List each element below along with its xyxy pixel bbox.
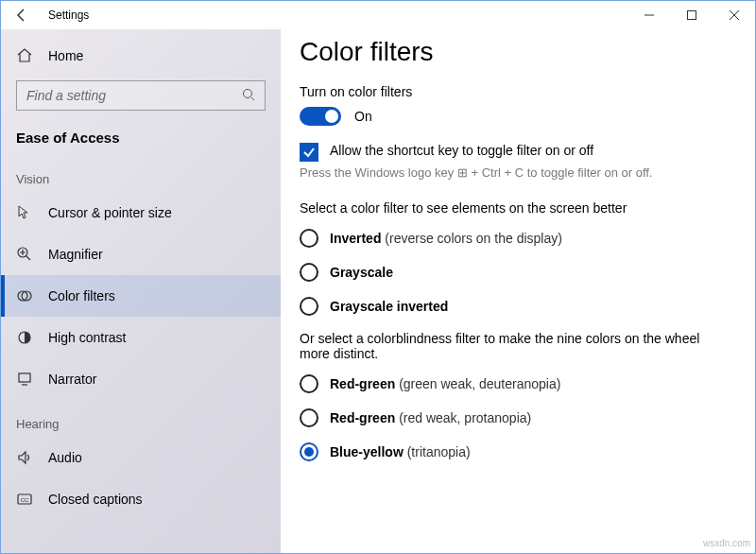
option-name: Inverted — [330, 231, 381, 246]
sidebar-item-high-contrast[interactable]: High contrast — [1, 317, 281, 358]
sidebar-item-label: Audio — [48, 450, 82, 465]
sidebar-item-narrator[interactable]: Narrator — [1, 358, 281, 400]
close-button[interactable] — [713, 1, 755, 29]
sidebar-item-cc[interactable]: CC Closed captions — [1, 478, 281, 520]
radio-button — [300, 229, 318, 248]
filter-prompt: Select a color filter to see elements on… — [300, 200, 736, 216]
cc-icon: CC — [16, 491, 33, 508]
sidebar: Home Ease of Access Vision Cursor & poin… — [1, 29, 281, 553]
home-icon — [16, 47, 33, 64]
radio-inverted[interactable]: Inverted (reverse colors on the display) — [300, 229, 736, 248]
toggle-knob — [325, 110, 338, 123]
svg-rect-0 — [687, 11, 696, 20]
radio-button — [300, 408, 318, 427]
close-icon — [730, 10, 739, 20]
sidebar-group-vision: Vision — [1, 155, 281, 192]
check-icon — [302, 146, 316, 159]
arrow-left-icon — [14, 8, 29, 23]
shortcut-label: Allow the shortcut key to toggle filter … — [330, 143, 593, 158]
watermark: wsxdn.com — [703, 538, 750, 548]
back-button[interactable] — [1, 1, 43, 29]
sidebar-item-audio[interactable]: Audio — [1, 437, 281, 478]
option-name: Blue-yellow — [330, 444, 404, 459]
radio-grayscale[interactable]: Grayscale — [300, 263, 736, 282]
sidebar-item-label: Closed captions — [48, 492, 143, 507]
radio-button — [300, 297, 318, 316]
sidebar-item-label: Narrator — [48, 372, 96, 387]
color-filters-icon — [16, 287, 33, 304]
narrator-icon — [16, 371, 33, 388]
sidebar-item-home[interactable]: Home — [1, 35, 281, 77]
sidebar-item-label: Cursor & pointer size — [48, 205, 172, 220]
titlebar: Settings — [1, 1, 755, 29]
radio-button — [300, 442, 318, 461]
sidebar-item-label: Color filters — [48, 288, 115, 303]
option-paren: (green weak, deuteranopia) — [399, 376, 560, 391]
maximize-icon — [687, 10, 696, 20]
sidebar-item-label: High contrast — [48, 330, 126, 345]
radio-protanopia[interactable]: Red-green (red weak, protanopia) — [300, 408, 736, 427]
radio-button — [300, 374, 318, 393]
option-paren: (reverse colors on the display) — [385, 231, 562, 246]
sidebar-group-hearing: Hearing — [1, 400, 281, 437]
minimize-icon — [644, 10, 654, 20]
option-paren: (tritanopia) — [407, 444, 471, 459]
page-title: Color filters — [300, 37, 736, 67]
option-name: Red-green — [330, 410, 395, 425]
sidebar-item-label: Magnifier — [48, 247, 103, 262]
option-paren: (red weak, protanopia) — [399, 410, 531, 425]
window-title: Settings — [43, 9, 89, 22]
svg-text:CC: CC — [21, 497, 29, 503]
sidebar-section-title: Ease of Access — [1, 120, 281, 155]
sidebar-item-magnifier[interactable]: Magnifier — [1, 234, 281, 275]
svg-rect-6 — [19, 373, 30, 382]
toggle-state: On — [354, 109, 372, 124]
minimize-button[interactable] — [627, 1, 670, 29]
svg-point-1 — [244, 90, 252, 98]
sidebar-item-cursor[interactable]: Cursor & pointer size — [1, 192, 281, 234]
high-contrast-icon — [16, 329, 33, 346]
radio-deuteranopia[interactable]: Red-green (green weak, deuteranopia) — [300, 374, 736, 393]
shortcut-hint: Press the Windows logo key ⊞ + Ctrl + C … — [300, 165, 736, 180]
toggle-label: Turn on color filters — [300, 84, 736, 99]
radio-grayscale-inverted[interactable]: Grayscale inverted — [300, 297, 736, 316]
option-name: Grayscale — [330, 265, 393, 280]
radio-button — [300, 263, 318, 282]
option-name: Red-green — [330, 376, 395, 391]
magnifier-icon — [16, 246, 33, 263]
sidebar-item-label: Home — [48, 48, 83, 63]
search-field[interactable] — [25, 87, 242, 104]
radio-tritanopia[interactable]: Blue-yellow (tritanopia) — [300, 442, 736, 461]
cursor-icon — [16, 204, 33, 221]
search-icon — [242, 88, 257, 103]
sidebar-item-color-filters[interactable]: Color filters — [1, 275, 281, 317]
main-panel: Color filters Turn on color filters On A… — [281, 29, 755, 553]
audio-icon — [16, 449, 33, 466]
cb-prompt: Or select a colorblindness filter to mak… — [300, 331, 706, 361]
shortcut-checkbox[interactable] — [300, 143, 318, 162]
maximize-button[interactable] — [670, 1, 713, 29]
option-name: Grayscale inverted — [330, 299, 448, 314]
color-filters-toggle[interactable] — [300, 107, 341, 126]
search-input[interactable] — [16, 80, 266, 111]
